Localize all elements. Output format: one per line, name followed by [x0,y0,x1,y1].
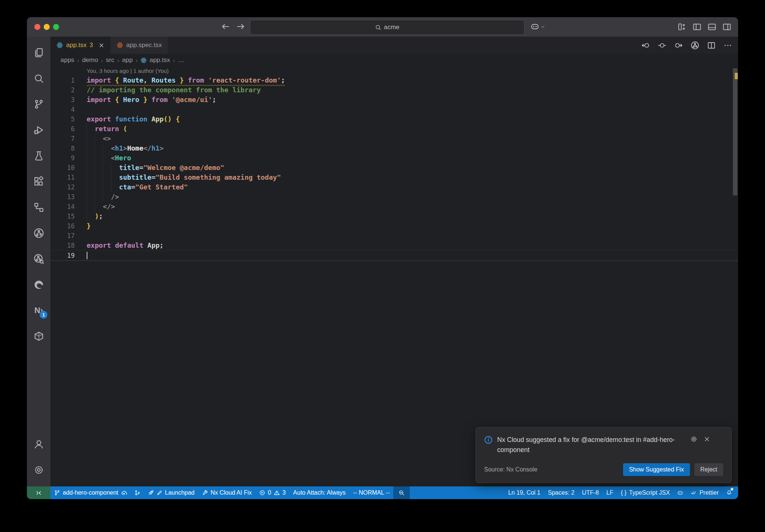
activity-bar-item-extensions[interactable] [27,168,50,194]
activity-bar-item-nx-project-graph[interactable] [27,220,50,246]
nx-cloud-ai-fix-status[interactable]: Nx Cloud AI Fix [198,486,255,499]
branch-status[interactable]: add-hero-component [50,486,131,499]
code-line-13[interactable]: 13 /> [50,192,738,202]
maximize-window-button[interactable] [53,24,59,30]
activity-bar-item-containers[interactable] [27,323,50,349]
line-number[interactable]: 1 [50,75,75,85]
tab-app.spec.tsx[interactable]: app.spec.tsx [111,37,168,54]
line-number[interactable]: 9 [50,153,75,163]
line-number[interactable]: 15 [50,211,75,221]
breadcrumb-item-app[interactable]: app [122,56,133,64]
code-line-2[interactable]: 2// importing the component from the lib… [50,85,738,95]
indentation[interactable]: Spaces: 2 [544,486,578,499]
panel-right-icon[interactable] [722,22,731,31]
notification-settings-gear-icon[interactable] [690,436,697,443]
activity-bar-item-project-structure[interactable] [27,194,50,220]
code-line-4[interactable]: 4 [50,105,738,114]
auto-attach-status[interactable]: Auto Attach: Always [289,486,350,499]
breadcrumb-item-demo[interactable]: demo [82,56,98,64]
code-line-12[interactable]: 12 cta="Get Started" [50,182,738,192]
line-number[interactable]: 7 [50,134,75,143]
git-graph-status[interactable] [131,486,144,499]
activity-bar-item-search[interactable] [27,65,50,91]
vim-mode-status[interactable]: -- NORMAL -- [349,486,393,499]
activity-bar-item-accounts[interactable] [27,431,50,457]
panel-left-icon[interactable] [693,22,701,31]
line-number[interactable]: 16 [50,221,75,231]
line-number[interactable]: 13 [50,192,75,202]
problems-status[interactable]: 03 [255,486,289,499]
chevron-down-icon[interactable] [540,24,546,30]
line-number[interactable]: 11 [50,173,75,182]
line-number[interactable]: 12 [50,182,75,192]
code-line-1[interactable]: 1import { Route, Routes } from 'react-ro… [50,75,738,85]
minimize-window-button[interactable] [44,24,50,30]
code-line-14[interactable]: 14 </> [50,202,738,211]
code-line-7[interactable]: 7 <> [50,134,738,143]
activity-bar-item-explorer[interactable] [27,40,50,65]
show-suggested-fix-button[interactable]: Show Suggested Fix [623,463,690,476]
reject-button[interactable]: Reject [694,463,723,476]
activity-bar-item-settings[interactable] [27,457,50,483]
code-line-15[interactable]: 15 ); [50,211,738,221]
next-change-icon[interactable] [674,41,683,50]
line-number[interactable]: 8 [50,143,75,153]
code-line-10[interactable]: 10 title="Welcmoe @acme/demo" [50,163,738,173]
activity-bar-item-run-and-debug[interactable] [27,117,50,143]
line-number[interactable]: 5 [50,114,75,124]
code-line-17[interactable]: 17 [50,231,738,241]
nav-forward-icon[interactable] [236,22,246,31]
activity-bar-item-nx-console[interactable]: N›1 [27,297,50,323]
command-center-search[interactable]: acme [250,20,524,35]
panel-bottom-icon[interactable] [707,22,716,31]
zoom-status[interactable] [393,486,410,499]
remote-indicator[interactable] [27,486,50,499]
breadcrumb-item-src[interactable]: src [106,56,114,64]
notification-close-icon[interactable] [703,436,710,443]
activity-bar-item-testing[interactable] [27,143,50,168]
line-number[interactable]: 18 [50,241,75,250]
code-line-19[interactable]: 19 [50,250,738,261]
launchpad-status[interactable]: Launchpad [144,486,198,499]
activity-bar-item-edge-browser[interactable] [27,272,50,297]
language-mode[interactable]: { }TypeScript JSX [617,486,674,499]
tab-close-icon[interactable] [98,42,105,49]
formatter-status[interactable]: Prettier [687,486,722,499]
line-number[interactable]: 19 [50,251,75,260]
notifications-bell[interactable] [722,486,736,499]
code-line-8[interactable]: 8 <h1>Home</h1> [50,143,738,153]
split-icon[interactable] [707,41,716,50]
run-circle-icon[interactable] [691,41,699,50]
code-line-11[interactable]: 11 subtitle="Build something amazing tod… [50,173,738,182]
close-window-button[interactable] [34,24,40,30]
eol[interactable]: LF [603,486,617,499]
code-line-18[interactable]: 18export default App; [50,241,738,250]
code-line-16[interactable]: 16} [50,221,738,231]
code-editor[interactable]: You, 3 hours ago | 1 author (You) 1impor… [50,66,738,486]
copilot-menu[interactable] [530,22,546,31]
line-number[interactable]: 2 [50,85,75,95]
breadcrumb-item-app.tsx[interactable]: app.tsx [140,56,170,64]
prev-change-icon[interactable] [641,41,650,50]
open-change-icon[interactable] [658,41,666,50]
code-line-6[interactable]: 6 return ( [50,124,738,134]
code-line-5[interactable]: 5export function App() { [50,114,738,124]
breadcrumb-item-…[interactable]: … [178,56,184,64]
line-number[interactable]: 3 [50,95,75,105]
line-number[interactable]: 4 [50,105,75,114]
line-number[interactable]: 10 [50,163,75,173]
activity-bar-item-source-control[interactable] [27,91,50,117]
activity-bar-item-nx-graph-explorer[interactable] [27,246,50,272]
copilot-status[interactable] [673,486,687,499]
tab-app.tsx[interactable]: app.tsx3 [50,37,111,54]
nav-back-icon[interactable] [220,22,230,31]
code-line-3[interactable]: 3import { Hero } from '@acme/ui'; [50,95,738,105]
line-number[interactable]: 17 [50,231,75,241]
cursor-position[interactable]: Ln 19, Col 1 [504,486,544,499]
title-bar[interactable]: acme [27,17,738,37]
more-icon[interactable] [724,41,732,50]
layout-custom-icon[interactable] [678,22,687,31]
line-number[interactable]: 14 [50,202,75,211]
line-number[interactable]: 6 [50,124,75,134]
code-line-9[interactable]: 9 <Hero [50,153,738,163]
